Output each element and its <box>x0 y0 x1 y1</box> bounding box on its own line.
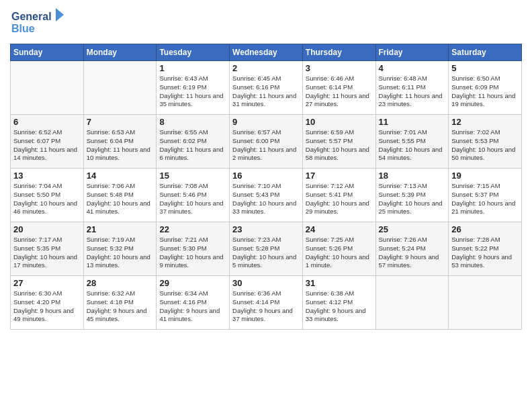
calendar-cell: 31Sunrise: 6:38 AM Sunset: 4:12 PM Dayli… <box>302 276 375 330</box>
calendar-body: 1Sunrise: 6:43 AM Sunset: 6:19 PM Daylig… <box>11 61 522 330</box>
day-number: 10 <box>306 117 373 127</box>
cell-info: Sunrise: 6:59 AM Sunset: 5:57 PM Dayligh… <box>306 128 373 163</box>
cell-info: Sunrise: 6:34 AM Sunset: 4:16 PM Dayligh… <box>159 289 226 324</box>
calendar-cell: 27Sunrise: 6:30 AM Sunset: 4:20 PM Dayli… <box>11 276 84 330</box>
cell-info: Sunrise: 6:38 AM Sunset: 4:12 PM Dayligh… <box>306 289 373 324</box>
calendar-cell: 4Sunrise: 6:48 AM Sunset: 6:11 PM Daylig… <box>375 61 449 115</box>
cell-info: Sunrise: 7:28 AM Sunset: 5:22 PM Dayligh… <box>451 236 519 270</box>
calendar-cell: 21Sunrise: 7:19 AM Sunset: 5:32 PM Dayli… <box>83 222 157 276</box>
cell-info: Sunrise: 6:36 AM Sunset: 4:14 PM Dayligh… <box>232 289 300 324</box>
cell-info: Sunrise: 6:32 AM Sunset: 4:18 PM Dayligh… <box>87 289 154 324</box>
calendar-week-1: 6Sunrise: 6:52 AM Sunset: 6:07 PM Daylig… <box>11 115 522 169</box>
weekday-header-saturday: Saturday <box>449 44 522 61</box>
cell-info: Sunrise: 7:12 AM Sunset: 5:41 PM Dayligh… <box>306 182 373 216</box>
cell-info: Sunrise: 7:26 AM Sunset: 5:24 PM Dayligh… <box>379 236 446 270</box>
day-number: 1 <box>159 63 226 73</box>
cell-info: Sunrise: 6:48 AM Sunset: 6:11 PM Dayligh… <box>379 75 446 109</box>
calendar-cell: 20Sunrise: 7:17 AM Sunset: 5:35 PM Dayli… <box>11 222 84 276</box>
calendar-cell <box>11 61 84 115</box>
cell-info: Sunrise: 6:50 AM Sunset: 6:09 PM Dayligh… <box>451 75 519 109</box>
day-number: 11 <box>379 117 446 127</box>
logo-svg: General Blue <box>10 7 71 37</box>
day-number: 18 <box>379 171 446 181</box>
calendar-cell: 10Sunrise: 6:59 AM Sunset: 5:57 PM Dayli… <box>302 115 375 169</box>
cell-info: Sunrise: 7:10 AM Sunset: 5:43 PM Dayligh… <box>232 182 300 216</box>
svg-text:Blue: Blue <box>11 23 35 34</box>
svg-marker-1 <box>56 8 64 21</box>
calendar-cell <box>449 276 522 330</box>
cell-info: Sunrise: 7:21 AM Sunset: 5:30 PM Dayligh… <box>159 236 226 270</box>
calendar-cell: 12Sunrise: 7:02 AM Sunset: 5:53 PM Dayli… <box>449 115 522 169</box>
calendar-cell: 29Sunrise: 6:34 AM Sunset: 4:16 PM Dayli… <box>157 276 230 330</box>
calendar-week-3: 20Sunrise: 7:17 AM Sunset: 5:35 PM Dayli… <box>11 222 522 276</box>
day-number: 12 <box>451 117 519 127</box>
calendar-cell: 15Sunrise: 7:08 AM Sunset: 5:46 PM Dayli… <box>157 169 230 222</box>
day-number: 3 <box>306 63 373 73</box>
weekday-header-row: SundayMondayTuesdayWednesdayThursdayFrid… <box>11 44 522 61</box>
day-number: 4 <box>379 63 446 73</box>
calendar-cell: 9Sunrise: 6:57 AM Sunset: 6:00 PM Daylig… <box>230 115 303 169</box>
cell-info: Sunrise: 6:52 AM Sunset: 6:07 PM Dayligh… <box>13 128 81 163</box>
calendar-cell: 3Sunrise: 6:46 AM Sunset: 6:14 PM Daylig… <box>302 61 375 115</box>
day-number: 9 <box>232 117 300 127</box>
calendar-cell: 28Sunrise: 6:32 AM Sunset: 4:18 PM Dayli… <box>83 276 157 330</box>
weekday-header-thursday: Thursday <box>302 44 375 61</box>
calendar-cell: 19Sunrise: 7:15 AM Sunset: 5:37 PM Dayli… <box>449 169 522 222</box>
cell-info: Sunrise: 7:04 AM Sunset: 5:50 PM Dayligh… <box>13 182 81 216</box>
calendar-cell: 6Sunrise: 6:52 AM Sunset: 6:07 PM Daylig… <box>11 115 84 169</box>
day-number: 13 <box>13 171 81 181</box>
logo-area: General Blue <box>10 7 71 40</box>
day-number: 19 <box>451 171 519 181</box>
day-number: 5 <box>451 63 519 73</box>
weekday-header-tuesday: Tuesday <box>157 44 230 61</box>
cell-info: Sunrise: 7:01 AM Sunset: 5:55 PM Dayligh… <box>379 128 446 163</box>
calendar-cell: 18Sunrise: 7:13 AM Sunset: 5:39 PM Dayli… <box>375 169 449 222</box>
svg-text:General: General <box>11 11 52 22</box>
day-number: 14 <box>87 171 154 181</box>
cell-info: Sunrise: 7:08 AM Sunset: 5:46 PM Dayligh… <box>159 182 226 216</box>
day-number: 17 <box>306 171 373 181</box>
day-number: 20 <box>13 224 81 234</box>
cell-info: Sunrise: 7:13 AM Sunset: 5:39 PM Dayligh… <box>379 182 446 216</box>
calendar-cell: 22Sunrise: 7:21 AM Sunset: 5:30 PM Dayli… <box>157 222 230 276</box>
calendar-table: SundayMondayTuesdayWednesdayThursdayFrid… <box>10 44 522 330</box>
cell-info: Sunrise: 6:43 AM Sunset: 6:19 PM Dayligh… <box>159 75 226 109</box>
day-number: 8 <box>159 117 226 127</box>
cell-info: Sunrise: 7:19 AM Sunset: 5:32 PM Dayligh… <box>87 236 154 270</box>
calendar-cell: 24Sunrise: 7:25 AM Sunset: 5:26 PM Dayli… <box>302 222 375 276</box>
weekday-header-monday: Monday <box>83 44 157 61</box>
calendar-week-0: 1Sunrise: 6:43 AM Sunset: 6:19 PM Daylig… <box>11 61 522 115</box>
calendar-cell: 30Sunrise: 6:36 AM Sunset: 4:14 PM Dayli… <box>230 276 303 330</box>
calendar-cell: 13Sunrise: 7:04 AM Sunset: 5:50 PM Dayli… <box>11 169 84 222</box>
calendar-cell: 1Sunrise: 6:43 AM Sunset: 6:19 PM Daylig… <box>157 61 230 115</box>
day-number: 2 <box>232 63 300 73</box>
day-number: 15 <box>159 171 226 181</box>
day-number: 22 <box>159 224 226 234</box>
cell-info: Sunrise: 7:25 AM Sunset: 5:26 PM Dayligh… <box>306 236 373 270</box>
day-number: 31 <box>306 278 373 288</box>
calendar-cell: 25Sunrise: 7:26 AM Sunset: 5:24 PM Dayli… <box>375 222 449 276</box>
day-number: 29 <box>159 278 226 288</box>
cell-info: Sunrise: 7:15 AM Sunset: 5:37 PM Dayligh… <box>451 182 519 216</box>
header: General Blue <box>10 7 522 40</box>
day-number: 30 <box>232 278 300 288</box>
calendar-week-2: 13Sunrise: 7:04 AM Sunset: 5:50 PM Dayli… <box>11 169 522 222</box>
cell-info: Sunrise: 6:55 AM Sunset: 6:02 PM Dayligh… <box>159 128 226 163</box>
cell-info: Sunrise: 6:53 AM Sunset: 6:04 PM Dayligh… <box>87 128 154 163</box>
day-number: 16 <box>232 171 300 181</box>
day-number: 6 <box>13 117 81 127</box>
cell-info: Sunrise: 7:02 AM Sunset: 5:53 PM Dayligh… <box>451 128 519 163</box>
calendar-cell <box>83 61 157 115</box>
cell-info: Sunrise: 6:57 AM Sunset: 6:00 PM Dayligh… <box>232 128 300 163</box>
calendar-cell: 2Sunrise: 6:45 AM Sunset: 6:16 PM Daylig… <box>230 61 303 115</box>
calendar-cell: 26Sunrise: 7:28 AM Sunset: 5:22 PM Dayli… <box>449 222 522 276</box>
cell-info: Sunrise: 6:30 AM Sunset: 4:20 PM Dayligh… <box>13 289 81 324</box>
day-number: 27 <box>13 278 81 288</box>
day-number: 23 <box>232 224 300 234</box>
logo: General Blue <box>10 7 71 40</box>
calendar-cell: 7Sunrise: 6:53 AM Sunset: 6:04 PM Daylig… <box>83 115 157 169</box>
cell-info: Sunrise: 6:45 AM Sunset: 6:16 PM Dayligh… <box>232 75 300 109</box>
day-number: 25 <box>379 224 446 234</box>
calendar-header: SundayMondayTuesdayWednesdayThursdayFrid… <box>11 44 522 61</box>
day-number: 21 <box>87 224 154 234</box>
